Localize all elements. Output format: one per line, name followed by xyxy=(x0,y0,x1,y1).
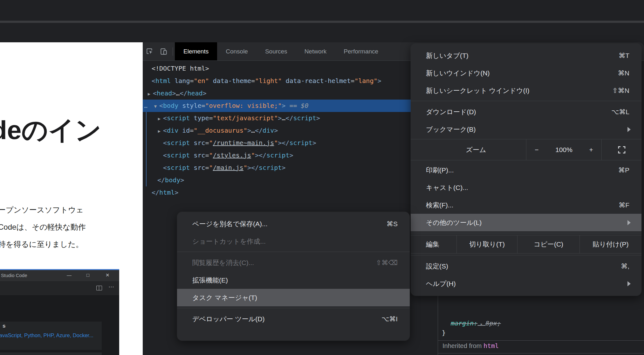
paste-button[interactable]: 貼り付け(P) xyxy=(579,235,641,253)
hidden-elements-icon[interactable]: … xyxy=(144,100,152,112)
menu-item-new-incognito-window[interactable]: 新しいシークレット ウインドウ(I)⇧⌘N xyxy=(411,82,641,99)
expand-icon[interactable]: ▶ xyxy=(145,88,153,100)
menu-item-developer-tools[interactable]: デベロッパー ツール(D)⌥⌘I xyxy=(177,310,410,328)
menu-item-label: 印刷(P)... xyxy=(411,166,454,175)
code-token: = xyxy=(190,127,194,134)
inspect-element-icon[interactable] xyxy=(143,42,157,60)
vscode-text-fragment: s xyxy=(3,323,5,329)
expand-icon[interactable]: ▶ xyxy=(155,113,163,125)
code-token: </ xyxy=(180,89,187,97)
cut-button[interactable]: 切り取り(T) xyxy=(456,235,517,253)
tab-elements[interactable]: Elements xyxy=(175,42,217,60)
code-token: == $0 xyxy=(285,102,308,109)
code-token: data-react-helmet xyxy=(282,77,351,85)
code-token: head xyxy=(157,89,172,97)
menu-item-print[interactable]: 印刷(P)...⌘P xyxy=(411,161,641,179)
dom-tree-node[interactable]: <script src="/main.js"></script> xyxy=(143,162,438,174)
paragraph-line: ープンソースソフトウェ xyxy=(0,201,86,219)
menu-item-help[interactable]: ヘルプ(H) xyxy=(411,275,641,292)
expand-icon[interactable]: ▶ xyxy=(155,125,163,137)
tab-console[interactable]: Console xyxy=(217,42,257,60)
code-token: > xyxy=(282,102,285,109)
code-token: "light" xyxy=(255,77,282,85)
dom-tree-node[interactable]: ▶<head>…</head> xyxy=(143,87,438,100)
code-token: script xyxy=(167,164,190,171)
dom-tree-node[interactable]: <html lang="en" data-theme="light" data-… xyxy=(143,75,438,87)
tab-network[interactable]: Network xyxy=(296,42,335,60)
edit-label: 編集 xyxy=(411,235,456,253)
code-token: > xyxy=(278,114,282,122)
code-token: div xyxy=(263,127,274,134)
submenu-arrow-icon xyxy=(627,281,631,286)
menu-shortcut: ⇧⌘N xyxy=(612,87,629,94)
menu-item-more-tools[interactable]: その他のツール(L) xyxy=(411,214,641,231)
more-actions-icon: ⋯ xyxy=(108,283,114,290)
code-token: src xyxy=(190,151,205,159)
css-overridden-declaration[interactable]: margin: ▸ 8px; xyxy=(451,319,501,327)
dom-tree-node[interactable]: <script src="/styles.js"></script> xyxy=(143,149,438,162)
menu-item-label: 閲覧履歴を消去(C)... xyxy=(177,258,254,267)
dom-tree-node[interactable]: <!DOCTYPE html> xyxy=(143,62,438,75)
tab-sources[interactable]: Sources xyxy=(257,42,296,60)
dom-tree-node[interactable]: </html> xyxy=(143,186,438,199)
code-token: </ xyxy=(259,151,266,159)
code-token: " xyxy=(243,164,247,171)
code-token: < xyxy=(163,164,167,171)
tab-performance[interactable]: Performance xyxy=(335,42,387,60)
dom-tree-node[interactable]: ▶<script type="text/javascript">…</scrip… xyxy=(143,112,438,124)
menu-item-task-manager[interactable]: タスク マネージャ(T) xyxy=(177,289,410,306)
code-token: > xyxy=(180,176,184,184)
menu-item-cast[interactable]: キャスト(C)... xyxy=(411,179,641,196)
menu-shortcut: ⌘S xyxy=(387,220,398,228)
code-token: script xyxy=(167,114,190,122)
menu-separator xyxy=(411,233,641,233)
zoom-in-button[interactable]: + xyxy=(589,146,593,154)
code-token: > xyxy=(255,151,259,159)
code-token: > xyxy=(203,89,207,97)
menu-shortcut: ⌘, xyxy=(621,262,629,270)
fullscreen-button[interactable] xyxy=(601,139,641,160)
dom-tree-node[interactable]: <script src="/runtime~main.js"></script> xyxy=(143,137,438,149)
menu-item-label: ショートカットを作成... xyxy=(177,237,266,246)
inherited-element-link[interactable]: html xyxy=(483,342,499,350)
menu-item-extensions[interactable]: 拡張機能(E) xyxy=(177,271,410,289)
collapse-icon[interactable]: ▼ xyxy=(152,100,159,113)
menu-item-save-page-as[interactable]: ページを別名で保存(A)...⌘S xyxy=(177,215,410,233)
vscode-lower-panel xyxy=(0,352,102,355)
code-token: < xyxy=(163,139,167,147)
menu-item-bookmarks[interactable]: ブックマーク(B) xyxy=(411,121,641,138)
code-token: = xyxy=(201,102,205,109)
dom-tree-node[interactable]: …▼<body style="overflow: visible;"> == $… xyxy=(143,100,439,112)
paragraph-line: 持を得るに至りました。 xyxy=(0,236,86,253)
code-token: src xyxy=(190,164,205,171)
code-token: " xyxy=(274,139,278,147)
code-token: > xyxy=(274,127,278,134)
menu-item-find[interactable]: 検索(F)...⌘F xyxy=(411,196,641,214)
menu-item-label: 新しいシークレット ウインドウ(I) xyxy=(411,86,530,95)
minimize-icon: — xyxy=(67,272,72,278)
code-token: script xyxy=(289,139,312,147)
menu-item-new-tab[interactable]: 新しいタブ(T)⌘T xyxy=(411,47,641,64)
toolbar-divider xyxy=(0,21,644,23)
menu-shortcut: ⌘F xyxy=(619,201,629,209)
tab-strip xyxy=(0,0,644,21)
menu-item-downloads[interactable]: ダウンロード(D)⌥⌘L xyxy=(411,103,641,121)
edit-row: 編集切り取り(T)コピー(C)貼り付け(P) xyxy=(411,235,641,254)
dom-tree-node[interactable]: </body> xyxy=(143,174,438,186)
code-token: html xyxy=(159,189,175,196)
zoom-out-button[interactable]: − xyxy=(535,146,538,154)
code-token: "__docusaurus" xyxy=(194,127,247,134)
menu-item-label: キャスト(C)... xyxy=(411,183,468,192)
menu-item-new-window[interactable]: 新しいウインドウ(N)⌘N xyxy=(411,64,641,82)
code-token: /main.js xyxy=(213,164,243,171)
device-toolbar-icon[interactable] xyxy=(157,42,171,60)
code-token: <!DOCTYPE html> xyxy=(152,65,209,72)
copy-button[interactable]: コピー(C) xyxy=(517,235,579,253)
menu-item-settings[interactable]: 設定(S)⌘, xyxy=(411,257,641,275)
close-icon: ✕ xyxy=(106,272,110,278)
page-paragraph: ープンソースソフトウェCodeは、その軽快な動作持を得るに至りました。 xyxy=(0,201,86,253)
dom-tree-node[interactable]: ▶<div id="__docusaurus">…</div> xyxy=(143,124,438,137)
code-token: style xyxy=(178,102,201,109)
zoom-value: 100% xyxy=(555,146,572,154)
code-token: > xyxy=(378,77,381,85)
